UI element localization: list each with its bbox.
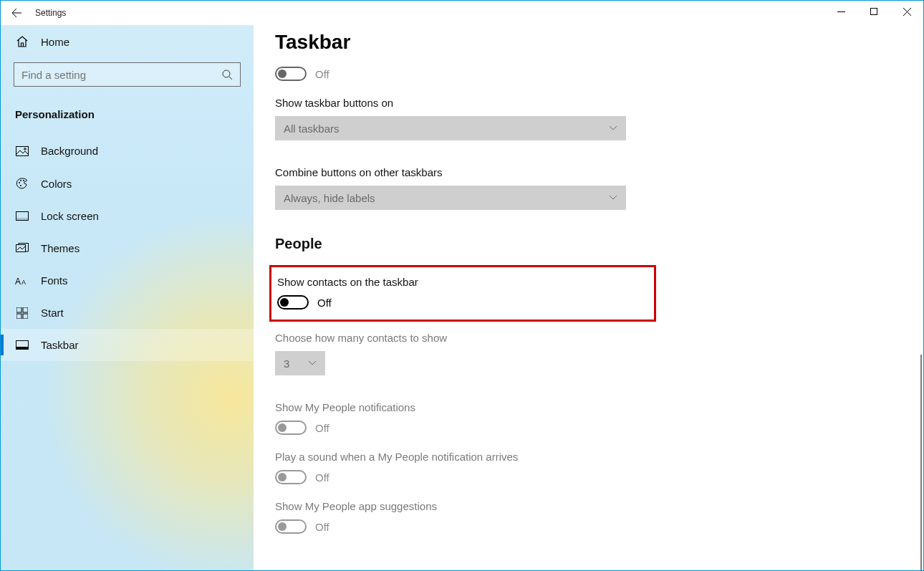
arrow-left-icon (11, 7, 22, 19)
svg-rect-0 (870, 8, 877, 14)
sidebar-item-themes[interactable]: Themes (1, 232, 254, 264)
combine-label: Combine buttons on other taskbars (275, 166, 923, 178)
dropdown-value: Always, hide labels (284, 192, 375, 204)
notifications-toggle[interactable] (275, 421, 307, 435)
svg-point-1 (223, 70, 230, 77)
chevron-down-icon (308, 360, 317, 366)
highlight-annotation: Show contacts on the taskbar Off (269, 265, 656, 322)
show-contacts-label: Show contacts on the taskbar (277, 276, 654, 288)
section-people-heading: People (275, 236, 923, 252)
dropdown-value: All taskbars (284, 123, 340, 135)
sidebar-item-label: Lock screen (41, 210, 99, 222)
svg-point-4 (19, 182, 20, 183)
choose-count-dropdown[interactable]: 3 (275, 351, 325, 375)
svg-text:A: A (15, 277, 21, 287)
notifications-label: Show My People notifications (275, 401, 923, 413)
svg-rect-15 (16, 314, 21, 319)
svg-rect-9 (16, 218, 28, 221)
notifications-value: Off (315, 422, 329, 434)
themes-icon (15, 243, 29, 254)
svg-rect-2 (16, 146, 29, 155)
main-content: Taskbar Off Show taskbar buttons on All … (254, 25, 923, 570)
sidebar-item-fonts[interactable]: AA Fonts (1, 264, 254, 297)
choose-count-label: Choose how many contacts to show (275, 332, 923, 344)
search-input[interactable] (21, 69, 221, 81)
sound-label: Play a sound when a My People notificati… (275, 451, 923, 463)
home-icon (15, 35, 29, 48)
start-icon (15, 307, 29, 319)
sidebar-item-colors[interactable]: Colors (1, 167, 254, 200)
svg-point-5 (20, 180, 21, 181)
sidebar-nav: Background Colors Lock screen Themes (1, 135, 254, 361)
search-box[interactable] (14, 62, 241, 87)
sidebar-home-label: Home (41, 36, 69, 48)
minimize-button[interactable] (824, 1, 857, 22)
search-icon (221, 69, 233, 80)
sound-value: Off (315, 471, 329, 484)
palette-icon (15, 177, 29, 190)
page-title: Taskbar (275, 31, 923, 54)
sidebar-item-background[interactable]: Background (1, 135, 254, 167)
maximize-icon (870, 8, 878, 16)
sidebar-item-label: Start (41, 307, 64, 319)
maximize-button[interactable] (857, 1, 890, 22)
sidebar-item-lock-screen[interactable]: Lock screen (1, 200, 254, 232)
svg-rect-14 (23, 307, 28, 312)
dropdown-value: 3 (284, 358, 289, 370)
sidebar-item-taskbar[interactable]: Taskbar (1, 329, 254, 361)
sidebar-item-label: Background (41, 145, 98, 157)
svg-point-7 (20, 185, 21, 186)
suggestions-value: Off (315, 521, 329, 533)
minimize-icon (837, 8, 845, 16)
sidebar-item-label: Colors (41, 178, 72, 190)
window-controls (824, 1, 923, 22)
partial-toggle-row: Off (275, 67, 923, 81)
lock-screen-icon (15, 211, 29, 221)
app-body: Home Personalization Background Colors (1, 25, 923, 570)
back-button[interactable] (1, 1, 32, 25)
svg-point-3 (24, 148, 27, 150)
taskbar-icon (15, 340, 29, 350)
show-contacts-toggle[interactable] (277, 295, 309, 310)
close-icon (903, 8, 911, 16)
combine-dropdown[interactable]: Always, hide labels (275, 186, 626, 210)
sidebar: Home Personalization Background Colors (1, 25, 254, 570)
sidebar-item-label: Taskbar (41, 339, 79, 351)
svg-point-6 (23, 180, 24, 181)
chevron-down-icon (609, 125, 617, 131)
show-contacts-value: Off (317, 297, 332, 309)
sidebar-home[interactable]: Home (1, 25, 254, 58)
svg-rect-13 (16, 307, 21, 312)
sidebar-item-label: Fonts (41, 274, 68, 287)
sidebar-item-start[interactable]: Start (1, 297, 254, 329)
close-button[interactable] (890, 1, 923, 22)
scrollbar[interactable] (920, 355, 922, 570)
svg-rect-16 (23, 314, 28, 319)
title-bar: Settings (1, 1, 923, 25)
suggestions-toggle[interactable] (275, 519, 307, 534)
show-buttons-label: Show taskbar buttons on (275, 97, 923, 109)
show-buttons-dropdown[interactable]: All taskbars (275, 116, 626, 140)
sound-toggle[interactable] (275, 470, 307, 484)
svg-rect-18 (16, 347, 28, 350)
partial-toggle[interactable] (275, 67, 307, 81)
chevron-down-icon (609, 195, 617, 201)
svg-text:A: A (21, 279, 26, 286)
sidebar-item-label: Themes (41, 242, 80, 254)
picture-icon (15, 146, 29, 156)
partial-toggle-label: Off (315, 68, 329, 80)
sidebar-category: Personalization (1, 100, 254, 135)
fonts-icon: AA (15, 275, 29, 287)
suggestions-label: Show My People app suggestions (275, 500, 923, 512)
window-title: Settings (35, 8, 66, 18)
